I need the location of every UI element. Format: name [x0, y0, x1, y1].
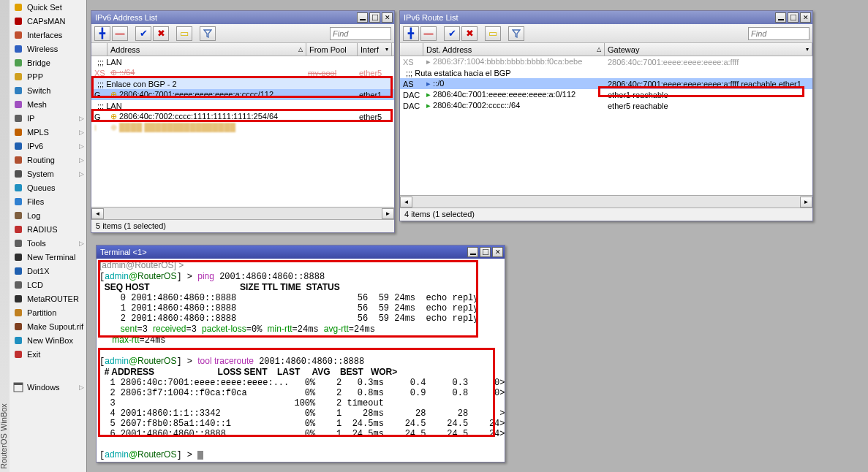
menu-item-wireless[interactable]: Wireless: [10, 42, 87, 56]
addr-grid-header: Address△ From Pool Interf▾: [91, 43, 394, 56]
address-row[interactable]: XS⊕ ::/64my-poolether5: [91, 67, 394, 78]
menu-icon: [12, 140, 24, 152]
menu-label: Files: [27, 197, 44, 206]
svg-rect-23: [15, 323, 22, 330]
address-row[interactable]: G⊕ 2806:40c:7001:eeee:eeee:eeee:a:cccc/1…: [91, 89, 394, 100]
menu-label: Quick Set: [27, 3, 62, 12]
menu-item-lcd[interactable]: LCD: [10, 278, 87, 292]
route-row[interactable]: DAC▸ 2806:40c:7002:cccc::/64ether5 reach…: [400, 100, 812, 111]
menu-item-partition[interactable]: Partition: [10, 305, 87, 319]
scroll-right-button[interactable]: ►: [382, 208, 394, 219]
svg-rect-14: [15, 198, 22, 205]
addr-col-flag[interactable]: [91, 43, 107, 56]
filter-button[interactable]: [200, 26, 216, 41]
maximize-button[interactable]: [788, 12, 799, 23]
enable-button[interactable]: ✔: [135, 26, 151, 41]
menu-item-capsman[interactable]: CAPsMAN: [10, 14, 87, 28]
address-row[interactable]: ;;; Enlace con BGP - 2: [91, 78, 394, 89]
menu-item-files[interactable]: Files: [10, 194, 87, 208]
find-input[interactable]: [748, 27, 809, 40]
menu-item-ppp[interactable]: PPP: [10, 69, 87, 83]
route-hscroll[interactable]: ◄ ►: [400, 195, 812, 208]
minimize-button[interactable]: [775, 12, 786, 23]
addr-hscroll[interactable]: ◄ ►: [91, 207, 394, 219]
menu-item-interfaces[interactable]: Interfaces: [10, 28, 87, 42]
minimize-button[interactable]: [357, 12, 368, 23]
route-row[interactable]: XS▸ 2806:3f7:1004:bbbb:bbbb:bbbb:f0ca:be…: [400, 56, 812, 67]
scroll-left-button[interactable]: ◄: [400, 197, 412, 208]
scroll-right-button[interactable]: ►: [800, 197, 812, 208]
scroll-left-button[interactable]: ◄: [91, 208, 104, 219]
comment-button[interactable]: ▭: [485, 26, 501, 41]
svg-rect-19: [15, 267, 22, 275]
term-titlebar[interactable]: Terminal <1> ✕: [97, 245, 505, 259]
menu-item-metarouter[interactable]: MetaROUTER: [10, 292, 87, 305]
menu-item-new-terminal[interactable]: New Terminal: [10, 250, 87, 264]
menu-item-bridge[interactable]: Bridge: [10, 56, 87, 69]
maximize-button[interactable]: [480, 247, 491, 257]
add-button[interactable]: ╋: [94, 26, 110, 41]
terminal-body[interactable]: [admin@RouterOS] > [admin@RouterOS] > pi…: [97, 259, 505, 462]
menu-item-dot1x[interactable]: Dot1X: [10, 264, 87, 278]
route-row[interactable]: ;;; Ruta estatica hacia el BGP: [400, 67, 812, 78]
addr-col-interface[interactable]: Interf▾: [358, 43, 392, 56]
term-title-text: Terminal <1>: [98, 248, 466, 256]
address-row[interactable]: ;;; LAN: [91, 56, 394, 67]
menu-item-mpls[interactable]: MPLS▷: [10, 125, 87, 139]
maximize-button[interactable]: [369, 12, 380, 23]
menu-item-system[interactable]: System▷: [10, 167, 87, 180]
route-grid-body[interactable]: XS▸ 2806:3f7:1004:bbbb:bbbb:bbbb:f0ca:be…: [400, 56, 812, 195]
comment-button[interactable]: ▭: [176, 26, 192, 41]
menu-item-routing[interactable]: Routing▷: [10, 153, 87, 167]
menu-item-make-supout-rif[interactable]: Make Supout.rif: [10, 319, 87, 333]
menu-item-windows[interactable]: Windows▷: [10, 380, 87, 394]
route-row[interactable]: DAC▸ 2806:40c:7001:eeee:eeee:eeee:a:0/11…: [400, 89, 812, 100]
route-col-gateway[interactable]: Gateway▾: [605, 43, 812, 56]
svg-rect-11: [15, 156, 22, 164]
menu-icon: [12, 381, 24, 393]
close-button[interactable]: ✕: [382, 12, 393, 23]
menu-item-queues[interactable]: Queues: [10, 180, 87, 194]
route-col-dst[interactable]: Dst. Address△: [423, 43, 605, 56]
terminal-window: Terminal <1> ✕ [admin@RouterOS] > [admin…: [96, 245, 505, 463]
close-button[interactable]: ✕: [800, 12, 811, 23]
menu-item-tools[interactable]: Tools▷: [10, 236, 87, 250]
close-button[interactable]: ✕: [492, 247, 503, 257]
route-row[interactable]: AS▸ ::/02806:40c:7001:eeee:eeee:eeee:a:f…: [400, 78, 812, 89]
filter-button[interactable]: [508, 26, 524, 41]
disable-button[interactable]: ✖: [461, 26, 478, 41]
addr-grid-body[interactable]: ;;; LANXS⊕ ::/64my-poolether5;;; Enlace …: [91, 56, 394, 207]
menu-item-ipv6[interactable]: IPv6▷: [10, 139, 87, 153]
address-row[interactable]: G⊕ 2806:40c:7002:cccc:1111:1111:1111:254…: [91, 111, 394, 122]
route-col-flag[interactable]: [400, 43, 423, 56]
menu-item-switch[interactable]: Switch: [10, 83, 87, 97]
menu-item-log[interactable]: Log: [10, 208, 87, 222]
submenu-arrow-icon: ▷: [79, 240, 84, 247]
menu-icon: [12, 196, 24, 208]
menu-icon: [12, 168, 24, 180]
route-titlebar[interactable]: IPv6 Route List ✕: [400, 11, 812, 24]
address-row[interactable]: I⊕ ████ ████████████████: [91, 122, 394, 133]
menu-label: CAPsMAN: [27, 17, 66, 26]
winbox-vertical-title: RouterOS WinBox: [0, 0, 10, 472]
menu-item-ip[interactable]: IP▷: [10, 111, 87, 125]
add-button[interactable]: ╋: [403, 26, 419, 41]
addr-col-address[interactable]: Address△: [107, 43, 306, 56]
address-row[interactable]: ;;; LAN: [91, 100, 394, 111]
remove-button[interactable]: —: [112, 26, 128, 41]
minimize-button[interactable]: [467, 247, 478, 257]
menu-item-radius[interactable]: RADIUS: [10, 222, 87, 236]
disable-button[interactable]: ✖: [153, 26, 169, 41]
menu-item-quick-set[interactable]: Quick Set: [10, 0, 87, 14]
svg-rect-8: [15, 115, 22, 122]
menu-item-exit[interactable]: Exit: [10, 347, 87, 361]
addr-titlebar[interactable]: IPv6 Address List ✕: [91, 11, 394, 24]
svg-rect-0: [15, 4, 22, 11]
menu-item-mesh[interactable]: Mesh: [10, 97, 87, 111]
enable-button[interactable]: ✔: [444, 26, 460, 41]
svg-rect-22: [15, 309, 22, 316]
find-input[interactable]: [330, 27, 391, 40]
remove-button[interactable]: —: [420, 26, 437, 41]
addr-col-frompool[interactable]: From Pool: [306, 43, 358, 56]
menu-item-new-winbox[interactable]: New WinBox: [10, 333, 87, 347]
